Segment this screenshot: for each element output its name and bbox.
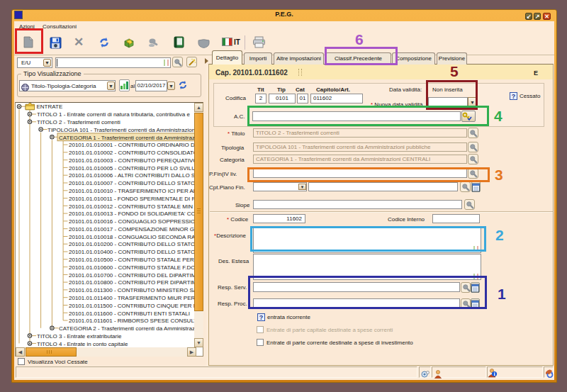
svg-text:20101.01.011601 - RIMBORSO SPE: 20101.01.011601 - RIMBORSO SPESE CONSULT <box>69 318 194 324</box>
svg-text:20101.01.010007 - CONTRIBUTO D: 20101.01.010007 - CONTRIBUTO DELLO STATO <box>69 180 194 186</box>
svg-text:20101.01.010200 - CONTRIBUTO D: 20101.01.010200 - CONTRIBUTO DELLO STATO <box>69 241 194 247</box>
svg-text:20101.01.010500 - CONTRIBUTO S: 20101.01.010500 - CONTRIBUTO STATALE PER <box>69 257 194 263</box>
svg-text:20101.01.010700 - CONTRIBUTO D: 20101.01.010700 - CONTRIBUTO DEL DIPARTI… <box>69 272 194 279</box>
svg-text:TITOLO 1 - Entrate correnti di: TITOLO 1 - Entrate correnti di natura tr… <box>37 111 191 118</box>
svg-text:20101.01.010001 - CONTRIBUTO O: 20101.01.010001 - CONTRIBUTO ORDINARIO D… <box>69 142 194 148</box>
svg-text:20101.01.010018 - CONGUAGLIO S: 20101.01.010018 - CONGUAGLIO SECONDA RA <box>69 234 194 240</box>
svg-text:20101.01.010012 - CONTRIBUTO S: 20101.01.010012 - CONTRIBUTO STATALE MIN <box>69 203 193 210</box>
svg-text:TITOLO 4 - Entrate in conto ca: TITOLO 4 - Entrate in conto capitale <box>37 341 128 347</box>
svg-text:20101.01.010017 - COMPENSAZION: 20101.01.010017 - COMPENSAZIONE MINOR GE <box>69 226 194 233</box>
svg-text:20101.01.010006 - ALTRI CONTRI: 20101.01.010006 - ALTRI CONTRIBUTI DALLO… <box>69 172 194 179</box>
svg-text:TITOLO 3 - Entrate extratribut: TITOLO 3 - Entrate extratributarie <box>37 333 122 340</box>
svg-text:20101.01.011300 - CONTRIBUTO M: 20101.01.011300 - CONTRIBUTO MINISTERO S… <box>69 287 194 293</box>
svg-text:20101.01.010011 - FONDO SPERIM: 20101.01.010011 - FONDO SPERIMENTALE DI … <box>69 196 194 202</box>
svg-text:TITOLO 2 - Trasferimenti corre: TITOLO 2 - Trasferimenti correnti <box>37 119 120 125</box>
svg-text:20101.01.010016 - CONGUAGLIO S: 20101.01.010016 - CONGUAGLIO SOPPRESSION <box>69 218 194 225</box>
svg-text:CATEGORIA 2 - Trasferimenti co: CATEGORIA 2 - Trasferimenti correnti da … <box>59 325 194 332</box>
svg-text:20101.01.011400 - TRASFERIMENT: 20101.01.011400 - TRASFERIMENTO MIUR PER <box>69 295 194 301</box>
svg-text:20101.01.010600 - CONTRIBUTO S: 20101.01.010600 - CONTRIBUTO STATALE F.D… <box>69 264 194 271</box>
svg-text:20101.01.010013 - FONDO DI SOL: 20101.01.010013 - FONDO DI SOLIDARIETA' … <box>69 211 194 217</box>
svg-text:20101.01.010400 - CONTRIBUTO D: 20101.01.010400 - CONTRIBUTO DELLO STATO <box>69 249 194 255</box>
svg-text:20101.01.011500 - CONTRIBUTO C: 20101.01.011500 - CONTRIBUTO CINQUE PER … <box>69 303 194 309</box>
svg-text:20101.01.010010 - TRASFERIMENT: 20101.01.010010 - TRASFERIMENTO ICI PER … <box>69 188 194 194</box>
svg-text:CATEGORIA 1 - Trasferimenti co: CATEGORIA 1 - Trasferimenti correnti da … <box>59 135 194 141</box>
svg-text:20101.01.010005 - CONTRIBUTO P: 20101.01.010005 - CONTRIBUTO PER LO SVIL… <box>69 165 194 172</box>
svg-text:ENTRATE: ENTRATE <box>37 103 63 110</box>
svg-text:20101.01.010003 - CONTRIBUTO P: 20101.01.010003 - CONTRIBUTO PEREQUATIVO <box>69 157 194 164</box>
svg-text:20101.01.010800 - CONTRIBUTO P: 20101.01.010800 - CONTRIBUTO PER DIPARTI… <box>69 279 194 286</box>
svg-text:TIPOLOGIA 101 - Trasferimenti: TIPOLOGIA 101 - Trasferimenti correnti d… <box>47 127 194 133</box>
svg-text:20101.01.011600 - CONTRIBUTI E: 20101.01.011600 - CONTRIBUTI ENTI STATAL… <box>69 310 190 317</box>
svg-text:20101.01.010002 - CONTRIBUTO C: 20101.01.010002 - CONTRIBUTO CONSOLIDATO <box>69 150 194 156</box>
